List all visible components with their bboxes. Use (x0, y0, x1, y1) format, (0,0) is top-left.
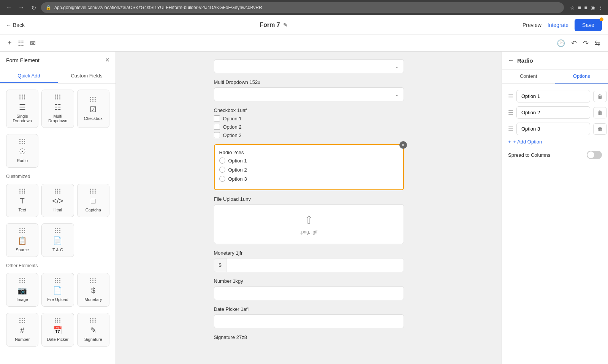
settings-button[interactable]: ⇆ (593, 38, 602, 49)
date-picker-input[interactable] (214, 314, 404, 328)
checkbox-input-3[interactable] (214, 132, 220, 138)
checkbox-field-label: Checkbox 1uaf (214, 107, 404, 113)
source-icon: 📋 (17, 236, 27, 245)
element-card-text[interactable]: T Text (6, 184, 38, 217)
element-card-checkbox[interactable]: ☑ Checkbox (77, 90, 109, 128)
element-card-radio[interactable]: ☉ Radio (6, 134, 38, 168)
element-card-date-picker[interactable]: 📅 Date Picker (41, 313, 74, 347)
option-input-1[interactable] (516, 90, 590, 102)
sidebar: Form Element × Quick Add Custom Fields ☰… (0, 52, 116, 364)
right-panel-header: ← Radio (502, 52, 608, 69)
dropdown-arrow-icon: ⌄ (395, 63, 399, 69)
single-dropdown-icon: ☰ (19, 102, 26, 112)
element-card-signature[interactable]: ✎ Signature (77, 313, 109, 347)
radio-option-3: Option 3 (219, 176, 399, 182)
preview-button[interactable]: Preview (522, 22, 542, 28)
number-input[interactable] (214, 286, 404, 300)
ext2-icon[interactable]: ■ (584, 5, 587, 11)
file-upload-hint: .png, .gif (300, 229, 317, 235)
integrate-button[interactable]: Integrate (548, 22, 568, 28)
signature-icon: ✎ (90, 326, 97, 335)
checkbox-option-2: Option 2 (214, 124, 404, 130)
grid-view-button[interactable]: ☷ (16, 38, 25, 49)
close-sidebar-button[interactable]: × (105, 56, 109, 64)
sidebar-tabs: Quick Add Custom Fields (0, 69, 116, 84)
date-picker-label: Date Picker 1afi (214, 306, 404, 312)
delete-option-3-button[interactable]: 🗑 (593, 123, 607, 135)
drag-handle-2[interactable]: ☰ (508, 109, 513, 116)
drag-handle-1[interactable]: ☰ (508, 93, 513, 100)
signature-label: Signature 27z8 (214, 334, 404, 340)
star-icon[interactable]: ☆ (570, 5, 575, 11)
element-card-image[interactable]: 📷 Image (6, 273, 38, 307)
tc-icon: 📄 (53, 236, 62, 245)
notification-button[interactable]: ✉ (28, 38, 37, 49)
element-card-tc[interactable]: 📄 T & C (41, 223, 74, 257)
option-input-3[interactable] (516, 123, 590, 135)
radio-circle-1[interactable] (219, 158, 225, 164)
element-grid-1: ☰ Single Dropdown ☷ Multi Dropdown ☑ Che… (6, 90, 109, 128)
delete-option-2-button[interactable]: 🗑 (593, 107, 607, 118)
monetary-input[interactable] (226, 258, 404, 272)
element-card-multi-dropdown[interactable]: ☷ Multi Dropdown (41, 90, 74, 128)
panel-back-button[interactable]: ← (508, 57, 514, 64)
add-option-button[interactable]: + + Add Option (508, 139, 542, 145)
radio-circle-3[interactable] (219, 176, 225, 182)
menu-icon[interactable]: ⋮ (598, 5, 603, 11)
redo-button[interactable]: ↷ (581, 38, 590, 49)
element-card-captcha[interactable]: □ Captcha (77, 184, 109, 217)
radio-close-button[interactable]: × (399, 141, 407, 149)
add-element-button[interactable]: + (6, 38, 13, 49)
panel-title: Radio (517, 57, 533, 64)
element-card-file-upload[interactable]: 📄 File Upload (41, 273, 74, 307)
spread-toggle[interactable] (587, 151, 602, 159)
multi-dropdown-input[interactable]: ⌄ (214, 87, 404, 101)
delete-option-1-button[interactable]: 🗑 (593, 91, 607, 102)
checkbox-input-2[interactable] (214, 124, 220, 130)
history-button[interactable]: 🕑 (555, 38, 567, 49)
element-card-monetary[interactable]: $ Monetary (77, 273, 109, 307)
element-card-html[interactable]: </> Html (41, 184, 74, 217)
captcha-icon: □ (91, 197, 95, 205)
edit-icon[interactable]: ✎ (283, 22, 288, 28)
save-button[interactable]: Save (575, 19, 602, 31)
element-grid-3: T Text </> Html □ Captcha (6, 184, 109, 217)
spread-to-columns-row: Spread to Columns (508, 151, 602, 159)
tab-content[interactable]: Content (502, 69, 555, 84)
number-label: Number 1kgy (214, 278, 404, 284)
file-upload-box[interactable]: ⇧ .png, .gif (214, 204, 404, 244)
toggle-thumb (587, 151, 594, 158)
file-upload-label: File Upload 1unv (214, 196, 404, 202)
tab-quick-add[interactable]: Quick Add (0, 69, 58, 83)
option-row-2: ☰ 🗑 (508, 106, 602, 119)
field-group-number: Number 1kgy (214, 278, 404, 300)
undo-button[interactable]: ↶ (570, 38, 578, 49)
element-card-source[interactable]: 📋 Source (6, 223, 38, 257)
radio-option-1: Option 1 (219, 158, 399, 164)
option-input-2[interactable] (516, 106, 590, 119)
checkbox-option-1: Option 1 (214, 115, 404, 121)
browser-forward[interactable]: → (17, 3, 26, 12)
sidebar-content: ☰ Single Dropdown ☷ Multi Dropdown ☑ Che… (0, 84, 116, 364)
drag-handle-3[interactable]: ☰ (508, 125, 513, 132)
image-icon: 📷 (17, 286, 27, 295)
monetary-prefix: $ (214, 258, 226, 272)
back-button[interactable]: ← Back (6, 22, 25, 28)
element-card-number[interactable]: # Number (6, 313, 38, 347)
profile-icon[interactable]: ◉ (591, 5, 595, 11)
field-group-radio[interactable]: × Radio 2ces Option 1 Option 2 Option 3 (214, 144, 404, 190)
canvas-area: ⌄ Multi Dropdown 152u ⌄ Checkbox 1uaf Op… (116, 52, 502, 364)
number-icon: # (20, 326, 24, 335)
panel-tabs: Content Options (502, 69, 608, 84)
element-card-single-dropdown[interactable]: ☰ Single Dropdown (6, 90, 38, 128)
ext1-icon[interactable]: ■ (578, 5, 581, 11)
browser-back[interactable]: ← (5, 3, 14, 12)
checkbox-input-1[interactable] (214, 115, 220, 121)
right-panel: ← Radio Content Options ☰ 🗑 ☰ 🗑 ☰ 🗑 (502, 52, 608, 364)
radio-circle-2[interactable] (219, 167, 225, 173)
save-badge (600, 17, 603, 21)
tab-options[interactable]: Options (555, 69, 608, 84)
top-dropdown-input[interactable]: ⌄ (214, 59, 404, 73)
browser-refresh[interactable]: ↻ (29, 3, 38, 12)
tab-custom-fields[interactable]: Custom Fields (58, 69, 116, 83)
